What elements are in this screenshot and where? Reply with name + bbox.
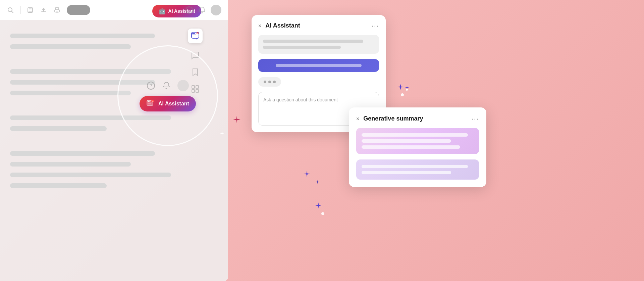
ai-panel-header: × AI Assistant ···: [258, 22, 379, 30]
star-decoration-3: [304, 171, 310, 177]
summary-card-2-line-1: [362, 165, 468, 168]
svg-rect-4: [29, 11, 32, 12]
dot-2: [268, 81, 271, 83]
svg-rect-22: [148, 101, 150, 102]
svg-rect-23: [148, 103, 151, 103]
summary-card-1-line-2: [362, 139, 451, 143]
summary-panel-title: Generative summary: [363, 115, 423, 122]
ai-panel-more-button[interactable]: ···: [371, 22, 379, 30]
floating-ai-icon[interactable]: ★: [188, 29, 203, 43]
svg-line-1: [12, 11, 13, 13]
circle-highlight: ? ★ AI Assistant: [117, 45, 218, 146]
header-right-icons: ?: [185, 0, 221, 20]
ai-assistant-button-label: AI Assistant: [158, 101, 189, 107]
print-icon[interactable]: [53, 6, 61, 14]
content-line-11: [10, 183, 107, 188]
ai-assistant-circle-button[interactable]: ★ AI Assistant: [140, 96, 196, 111]
content-line-10: [10, 173, 171, 177]
save-icon[interactable]: [26, 6, 34, 14]
typing-indicator: [258, 77, 281, 87]
summary-panel-more-button[interactable]: ···: [471, 115, 479, 123]
dot-decoration-4: [321, 212, 324, 215]
ai-action-button[interactable]: [258, 59, 379, 72]
svg-rect-7: [56, 11, 58, 13]
user-avatar[interactable]: [211, 5, 221, 15]
star-decoration-2: [220, 131, 224, 136]
svg-text:?: ?: [150, 83, 152, 88]
summary-panel-header-left: × Generative summary: [356, 115, 423, 122]
bubble-line-2: [263, 46, 341, 49]
toolbar-generic-button[interactable]: [67, 5, 90, 15]
svg-text:?: ?: [188, 8, 190, 13]
star-decoration-7: [397, 84, 404, 90]
toolbar: 🤖 AI Assistant ?: [0, 0, 228, 20]
svg-rect-12: [192, 35, 196, 35]
search-icon[interactable]: [7, 6, 14, 14]
circle-bell-icon: [162, 81, 171, 90]
ai-message-bubble: [258, 35, 379, 54]
summary-card-1-line-3: [362, 145, 460, 149]
content-line-1: [10, 34, 155, 38]
star-decoration-1: [233, 116, 240, 123]
circle-icons-row: ?: [147, 80, 189, 91]
upload-icon[interactable]: [40, 6, 47, 14]
circle-avatar: [177, 80, 189, 91]
bubble-line-1: [263, 40, 363, 43]
summary-panel-close-button[interactable]: ×: [356, 116, 359, 122]
bell-icon[interactable]: [198, 6, 206, 14]
blue-btn-line: [276, 64, 362, 67]
content-line-5: [10, 91, 131, 95]
content-line-7: [10, 126, 107, 131]
content-line-8: [10, 151, 155, 156]
content-line-9: [10, 162, 131, 167]
svg-point-0: [8, 8, 12, 12]
help-icon[interactable]: ?: [185, 6, 193, 14]
summary-card-2: [356, 159, 479, 180]
dot-3: [273, 81, 276, 83]
star-decoration-4: [315, 180, 319, 184]
dot-decoration-2: [401, 93, 404, 96]
svg-rect-11: [192, 33, 195, 34]
generative-summary-panel: × Generative summary ···: [349, 107, 486, 187]
circle-help-icon: ?: [147, 81, 155, 90]
star-decoration-6: [315, 202, 321, 208]
toolbar-separator: [20, 6, 20, 14]
dot-decoration-3: [406, 89, 408, 91]
summary-card-2-line-2: [362, 171, 451, 174]
summary-card-1-line-1: [362, 133, 468, 137]
ai-panel-title: AI Assistant: [265, 22, 300, 29]
content-line-2: [10, 44, 131, 49]
ai-panel-header-left: × AI Assistant: [258, 22, 300, 29]
ai-input-placeholder: Ask a question about this document: [263, 97, 338, 102]
summary-card-1: [356, 128, 479, 154]
svg-rect-3: [29, 8, 32, 9]
dot-1: [264, 81, 266, 83]
summary-panel-header: × Generative summary ···: [356, 115, 479, 123]
ai-panel-close-button[interactable]: ×: [258, 23, 261, 29]
